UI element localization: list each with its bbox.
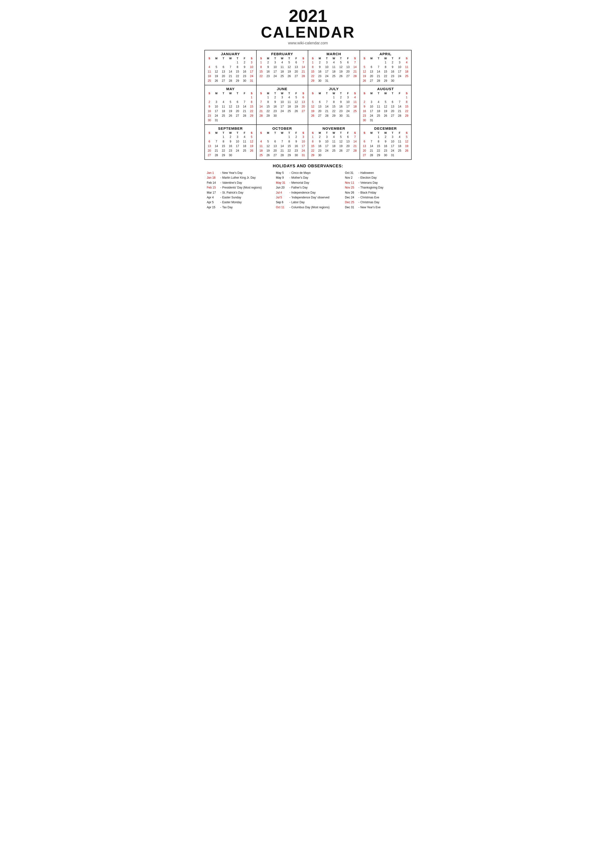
day-cell: 22 <box>309 148 316 153</box>
day-cell: 26 <box>403 148 410 153</box>
holiday-name: Cinco de Mayo <box>291 170 311 175</box>
holiday-name: Christmas Eve <box>360 195 379 200</box>
day-cell: 14 <box>351 139 358 144</box>
day-cell: 24 <box>323 74 330 78</box>
holiday-separator: - <box>289 205 291 210</box>
day-cell: 11 <box>220 104 227 109</box>
holiday-name: Valentine's Day <box>222 180 242 185</box>
holiday-item: Jun 20 - Father's Day <box>276 185 340 190</box>
day-cell: 22 <box>382 74 389 78</box>
holiday-separator: - <box>358 205 359 210</box>
day-cell: 23 <box>361 113 368 118</box>
day-cell: 6 <box>234 100 241 104</box>
day-cell: 6 <box>389 100 396 104</box>
day-cell: 20 <box>361 148 368 153</box>
day-cell: 12 <box>382 104 389 109</box>
day-cell: 24 <box>248 74 255 78</box>
day-cell: 9 <box>316 65 323 69</box>
day-cell: 10 <box>344 100 351 104</box>
day-cell: 25 <box>220 113 227 118</box>
day-cell: 4 <box>286 95 292 99</box>
day-cell: 24 <box>396 74 403 78</box>
days-grid: 1234567891011121314151617181920212223242… <box>206 60 255 83</box>
day-cell: 11 <box>241 139 248 144</box>
day-cell: 29 <box>375 153 382 157</box>
holidays-title: HOLIDAYS AND OBSERVANCES: <box>207 164 409 168</box>
day-headers: SMTWTFS <box>361 57 410 60</box>
day-cell: 17 <box>344 104 351 109</box>
day-cell: 23 <box>316 148 323 153</box>
day-cell: 4 <box>258 139 265 144</box>
day-cell: 26 <box>382 113 389 118</box>
day-cell: 24 <box>278 109 286 113</box>
day-cell: 28 <box>278 153 286 157</box>
month-name: OCTOBER <box>258 126 307 131</box>
day-cell: 24 <box>272 74 278 78</box>
day-cell: 19 <box>248 144 255 148</box>
calendar-grid: JANUARYSMTWTFS12345678910111213141516171… <box>204 50 412 160</box>
holiday-name: St. Patrick's Day <box>222 190 244 195</box>
day-cell: 12 <box>227 104 234 109</box>
day-cell: 19 <box>361 74 368 78</box>
day-cell: 22 <box>234 74 241 78</box>
month-block: MARCHSMTWTFS1234567891011121314151617181… <box>308 50 360 85</box>
day-cell: 12 <box>338 139 344 144</box>
day-cell: 26 <box>338 74 344 78</box>
day-cell: 17 <box>248 69 255 74</box>
day-headers: SMTWTFS <box>206 92 255 95</box>
day-cell: 4 <box>351 95 358 99</box>
day-cell: 14 <box>213 144 220 148</box>
day-cell: 23 <box>389 74 396 78</box>
day-cell: 22 <box>403 109 410 113</box>
holiday-name: Veterans Day <box>360 180 378 185</box>
day-cell: 8 <box>286 139 292 144</box>
holiday-item: Oct 11 - Columbus Day (Most regions) <box>276 205 340 210</box>
day-cell: 30 <box>293 153 300 157</box>
day-cell: 15 <box>248 104 255 109</box>
day-cell: 9 <box>241 65 248 69</box>
day-cell: 19 <box>286 69 292 74</box>
day-cell: 23 <box>241 74 248 78</box>
day-cell: 18 <box>351 104 358 109</box>
month-name: APRIL <box>361 52 410 56</box>
day-cell: 29 <box>330 113 338 118</box>
day-cell: 4 <box>220 100 227 104</box>
day-cell: 20 <box>272 148 278 153</box>
holiday-separator: - <box>220 175 221 180</box>
day-cell: 4 <box>330 135 338 139</box>
day-cell: 26 <box>309 113 316 118</box>
day-cell: 28 <box>368 153 375 157</box>
day-cell: 12 <box>403 139 410 144</box>
day-cell: 21 <box>278 148 286 153</box>
day-cell: 21 <box>227 74 234 78</box>
holiday-item: Dec 25 - Christmas Day <box>345 200 409 205</box>
day-cell: 27 <box>272 153 278 157</box>
holiday-item: Oct 31 - Halloween <box>345 170 409 175</box>
day-cell: 21 <box>258 109 265 113</box>
day-cell: 16 <box>382 144 389 148</box>
day-cell: 30 <box>227 153 234 157</box>
day-cell: 16 <box>293 144 300 148</box>
day-cell: 3 <box>300 135 307 139</box>
day-cell: 15 <box>403 104 410 109</box>
day-cell: 22 <box>375 148 382 153</box>
day-cell: 10 <box>368 104 375 109</box>
day-headers: SMTWTFS <box>309 92 358 95</box>
day-cell: 5 <box>265 139 272 144</box>
days-grid: 1234567891011121314151617181920212223242… <box>309 95 358 118</box>
day-cell: 16 <box>316 69 323 74</box>
day-cell: 1 <box>403 95 410 99</box>
day-cell: 1 <box>382 60 389 65</box>
holiday-date: Jul 4 <box>276 190 289 195</box>
days-grid: 1234567891011121314151617181920212223242… <box>206 135 255 157</box>
day-cell: 17 <box>389 144 396 148</box>
day-cell: 26 <box>227 113 234 118</box>
holiday-item: Sep 6 - Labor Day <box>276 200 340 205</box>
day-cell: 3 <box>213 100 220 104</box>
day-cell: 29 <box>220 153 227 157</box>
day-cell: 11 <box>351 100 358 104</box>
day-cell: 17 <box>300 144 307 148</box>
day-headers: SMTWTFS <box>361 92 410 95</box>
day-headers: SMTWTFS <box>309 131 358 134</box>
day-cell: 30 <box>206 118 213 123</box>
